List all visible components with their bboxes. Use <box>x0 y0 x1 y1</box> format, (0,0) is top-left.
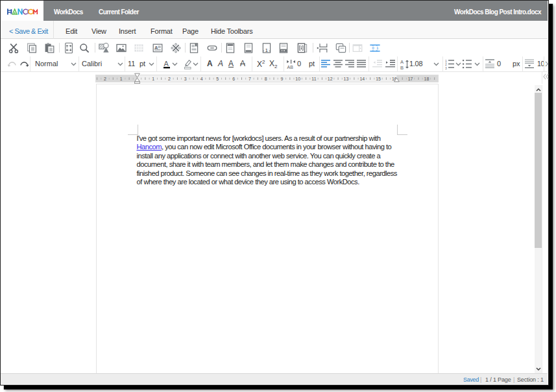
svg-text:0: 0 <box>372 46 374 50</box>
svg-text:7: 7 <box>248 77 251 81</box>
svg-text:5: 5 <box>216 77 219 81</box>
svg-text:3: 3 <box>445 66 447 70</box>
svg-text:A: A <box>164 60 169 67</box>
svg-text:B: B <box>400 65 404 71</box>
svg-text:6: 6 <box>232 77 235 81</box>
svg-text:8: 8 <box>265 77 267 81</box>
svg-text:15: 15 <box>376 77 381 81</box>
svg-text:11: 11 <box>311 77 316 81</box>
svg-text:9: 9 <box>280 77 283 81</box>
svg-text:1: 1 <box>120 77 123 81</box>
svg-text:1: 1 <box>152 77 154 81</box>
svg-text:2: 2 <box>104 77 106 81</box>
svg-text:13: 13 <box>344 77 349 81</box>
svg-text:3: 3 <box>184 77 187 81</box>
svg-text:17: 17 <box>408 77 413 81</box>
svg-text:1: 1 <box>376 46 378 50</box>
svg-text:18: 18 <box>424 77 429 81</box>
svg-text:- 1 -: - 1 - <box>263 48 271 53</box>
svg-text:2: 2 <box>168 77 171 81</box>
svg-text:14: 14 <box>359 77 365 81</box>
svg-text:12: 12 <box>328 77 333 81</box>
svg-text:AB: AB <box>287 65 294 69</box>
svg-text:10: 10 <box>295 77 300 81</box>
svg-text:4: 4 <box>200 77 203 81</box>
